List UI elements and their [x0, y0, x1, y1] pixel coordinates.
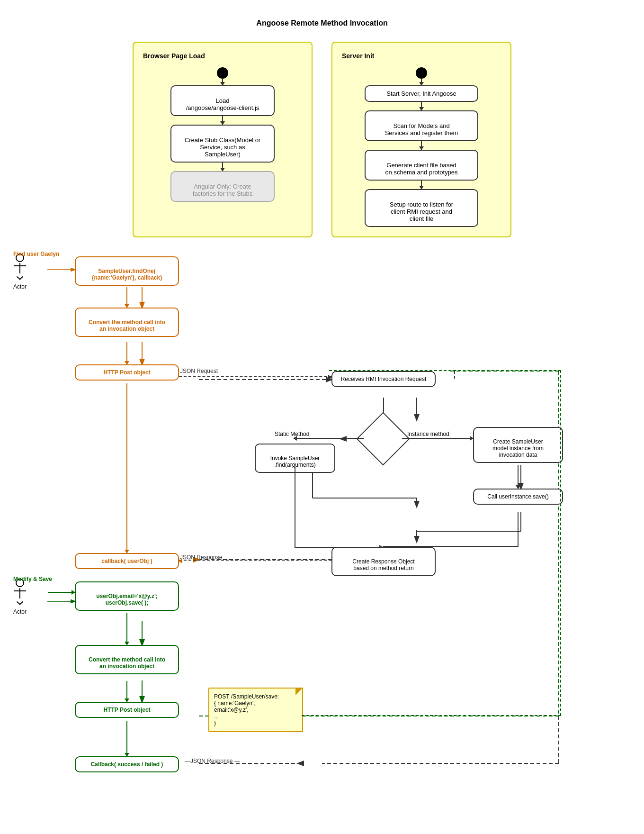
create-response-node: Create Response Object based on method r… — [331, 547, 436, 576]
arr-http2-callback — [126, 721, 127, 756]
arr-modify-convert2 — [126, 613, 127, 645]
findone-call-node: SampleUser.findOne( {name:'Gaelyn'}, cal… — [75, 256, 179, 286]
arr-convert-http — [126, 342, 127, 364]
dashed-box-right — [560, 370, 561, 716]
actor1-leg-right — [19, 276, 23, 280]
json-response-2-label: ―JSON Response ― — [185, 758, 240, 764]
actor1: Actor — [13, 254, 27, 290]
page-title: Angoose Remote Method Invocation — [0, 0, 644, 37]
dashed-h-rmi — [179, 376, 331, 377]
arr-actor2-modify — [48, 592, 75, 593]
callback-userobj-node: callback( userObj ) — [75, 553, 179, 569]
http-post-2-node: HTTP Post object — [75, 702, 179, 718]
scan-models-node: Scan for Models and Services and registe… — [365, 110, 478, 141]
arrow5 — [421, 102, 422, 110]
main-diagram: Actor Find user Gaelyn SampleUser.findOn… — [0, 247, 644, 825]
browser-lane: Browser Page Load Load /angoose/angoose-… — [133, 42, 313, 237]
start-server-node: Start Server, Init Angoose — [365, 85, 478, 102]
arrow7 — [421, 181, 422, 189]
load-file-node: Load /angoose/angoose-client.js — [170, 85, 275, 116]
diamond-container — [364, 420, 402, 458]
dashed-box-bl — [302, 715, 303, 716]
generate-client-node: Generate client file based on schema and… — [365, 150, 478, 181]
arr-save-down — [518, 512, 519, 547]
create-instance-node: Create SampleUser model instance from in… — [473, 427, 563, 463]
modify-save-node: userObj.email='x@y.z'; userObj.save( ); — [75, 581, 179, 611]
arr-static — [294, 438, 364, 439]
arr-findone-convert — [126, 287, 127, 308]
convert-invocation-1-node: Convert the method call into an invocati… — [75, 308, 179, 337]
callback-success-node: Callback( success / failed ) — [75, 756, 179, 772]
call-save-node: Call userInstance.save() — [473, 489, 563, 505]
browser-start-circle — [217, 67, 228, 79]
arr-instance — [402, 438, 473, 439]
arrow1 — [222, 79, 223, 85]
server-lane-title: Server Init — [342, 52, 501, 60]
receives-rmi-node: Receives RMI Invocation Request — [331, 371, 436, 387]
arrow3 — [222, 163, 223, 171]
json-request-label: JSON Request — [180, 368, 218, 374]
actor2-label: Actor — [13, 608, 27, 615]
arr-http-callback — [126, 383, 127, 553]
diamond-node — [356, 412, 410, 465]
actor1-label: Actor — [13, 283, 27, 290]
server-start-circle — [416, 67, 427, 79]
actor1-action: Find user Gaelyn — [13, 251, 59, 257]
http-post-1-node: HTTP Post object — [75, 364, 179, 381]
static-method-label: Static Method — [275, 431, 309, 437]
arr-instance-save — [518, 465, 519, 489]
actor1-body — [19, 263, 20, 273]
actor2: Actor — [13, 579, 27, 615]
instance-method-label: Instance method — [407, 431, 449, 437]
arrow6 — [421, 141, 422, 150]
swim-lanes: Browser Page Load Load /angoose/angoose-… — [0, 42, 644, 237]
browser-lane-title: Browser Page Load — [143, 52, 302, 60]
actor2-leg-right — [19, 601, 23, 605]
server-lane: Server Init Start Server, Init Angoose S… — [331, 42, 511, 237]
dashed-box-bottom — [302, 715, 561, 716]
arr-static-down — [295, 467, 295, 548]
arrow2 — [222, 116, 223, 125]
sticky-note: POST /SampleUser/save: { name:'Gaelyn', … — [208, 688, 303, 732]
convert-invocation-2-node: Convert the method call into an invocati… — [75, 645, 179, 674]
angular-only-node: Angular Only: Create factories for the S… — [170, 171, 275, 202]
actor2-body — [19, 588, 20, 598]
dashed-h-callback — [179, 560, 331, 561]
actor2-action: Modify & Save — [13, 576, 52, 582]
setup-route-node: Setup route to listen for client RMI req… — [365, 189, 478, 227]
arr-convert2-http2 — [126, 681, 127, 702]
arrow4 — [421, 79, 422, 85]
dashed-box-top — [329, 370, 561, 371]
actor2-arms — [14, 590, 26, 591]
actor1-arms — [14, 265, 26, 266]
create-stub-node: Create Stub Class(Model or Service, such… — [170, 125, 275, 163]
